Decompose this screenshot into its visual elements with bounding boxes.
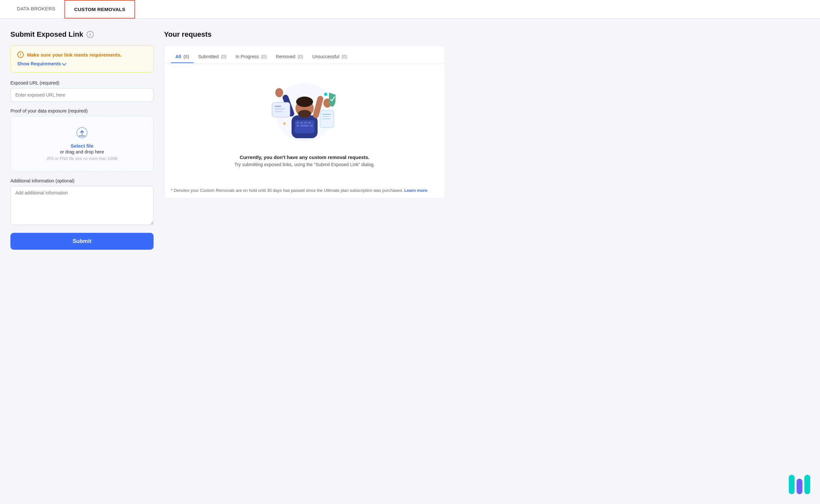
proof-label: Proof of your data exposure (required) xyxy=(10,108,154,113)
section-title: Submit Exposed Link i xyxy=(10,30,154,39)
req-tab-in-progress[interactable]: In Progress (0) xyxy=(231,51,271,63)
svg-rect-21 xyxy=(275,111,282,112)
svg-rect-23 xyxy=(322,114,331,115)
chevron-down-icon xyxy=(62,61,66,66)
svg-rect-18 xyxy=(272,102,290,117)
svg-rect-19 xyxy=(275,106,281,107)
svg-rect-4 xyxy=(296,122,299,124)
file-hint: JPG or PNG file size no more than 10MB xyxy=(17,156,147,161)
requests-title: Your requests xyxy=(164,30,445,39)
svg-point-16 xyxy=(275,88,283,97)
left-panel: Submit Exposed Link i ! Make sure your l… xyxy=(10,30,154,250)
svg-rect-5 xyxy=(300,122,303,124)
warning-icon: ! xyxy=(17,51,24,58)
additional-info-textarea[interactable] xyxy=(10,186,154,225)
empty-illustration xyxy=(265,76,343,148)
upload-icon xyxy=(17,127,147,140)
tab-custom-removals[interactable]: CUSTOM REMOVALS xyxy=(64,0,135,19)
info-icon[interactable]: i xyxy=(87,31,94,38)
bottom-widget[interactable] xyxy=(789,475,810,494)
right-panel: Your requests All (0) Submitted (0) In P… xyxy=(164,30,445,250)
svg-rect-8 xyxy=(296,125,299,126)
exposed-url-label: Exposed URL (required) xyxy=(10,80,154,86)
req-tab-all[interactable]: All (0) xyxy=(171,51,194,63)
svg-point-12 xyxy=(298,110,311,118)
svg-rect-9 xyxy=(300,125,309,126)
req-tab-removed[interactable]: Removed (0) xyxy=(271,51,308,63)
requests-empty-state: Currently, you don't have any custom rem… xyxy=(164,63,445,180)
requests-box: All (0) Submitted (0) In Progress (0) Re… xyxy=(164,45,445,198)
exposed-url-field: Exposed URL (required) xyxy=(10,80,154,108)
footnote: * Denotes your Custom Removals are on ho… xyxy=(164,183,445,198)
req-tab-unsuccessful[interactable]: Unsuccessful (0) xyxy=(308,51,352,63)
widget-bar-1 xyxy=(789,475,795,494)
select-file-button[interactable]: Select file xyxy=(17,143,147,149)
empty-text-sub: Try submitting exposed links, using the … xyxy=(234,162,374,167)
submit-button[interactable]: Submit xyxy=(10,233,154,250)
svg-point-13 xyxy=(296,97,313,107)
svg-rect-6 xyxy=(304,122,307,124)
learn-more-link[interactable]: Learn more xyxy=(404,188,428,193)
exposed-url-input[interactable] xyxy=(10,88,154,102)
empty-text-main: Currently, you don't have any custom rem… xyxy=(239,154,369,160)
svg-point-26 xyxy=(324,93,327,96)
main-tabs: DATA BROKERS CUSTOM REMOVALS xyxy=(0,0,820,19)
drag-drop-label: or drag and drop here xyxy=(17,149,147,154)
svg-rect-25 xyxy=(322,118,330,119)
show-requirements-button[interactable]: Show Requirements xyxy=(17,61,66,66)
req-tab-submitted[interactable]: Submitted (0) xyxy=(194,51,231,63)
upload-area[interactable]: Select file or drag and drop here JPG or… xyxy=(10,116,154,172)
warning-title: ! Make sure your link meets requirements… xyxy=(17,51,147,58)
svg-rect-24 xyxy=(322,116,329,117)
additional-info-label: Additional information (optional) xyxy=(10,178,154,183)
widget-bar-2 xyxy=(797,479,802,494)
requests-tabs: All (0) Submitted (0) In Progress (0) Re… xyxy=(164,46,445,63)
widget-bar-3 xyxy=(804,475,810,494)
proof-field: Proof of your data exposure (required) S… xyxy=(10,108,154,172)
warning-box: ! Make sure your link meets requirements… xyxy=(10,45,154,73)
tab-data-brokers[interactable]: DATA BROKERS xyxy=(8,0,64,18)
main-content: Submit Exposed Link i ! Make sure your l… xyxy=(0,19,456,261)
svg-rect-10 xyxy=(310,125,313,126)
svg-rect-7 xyxy=(308,122,311,124)
additional-info-field: Additional information (optional) xyxy=(10,178,154,226)
svg-point-27 xyxy=(283,122,286,125)
svg-rect-20 xyxy=(275,108,285,110)
